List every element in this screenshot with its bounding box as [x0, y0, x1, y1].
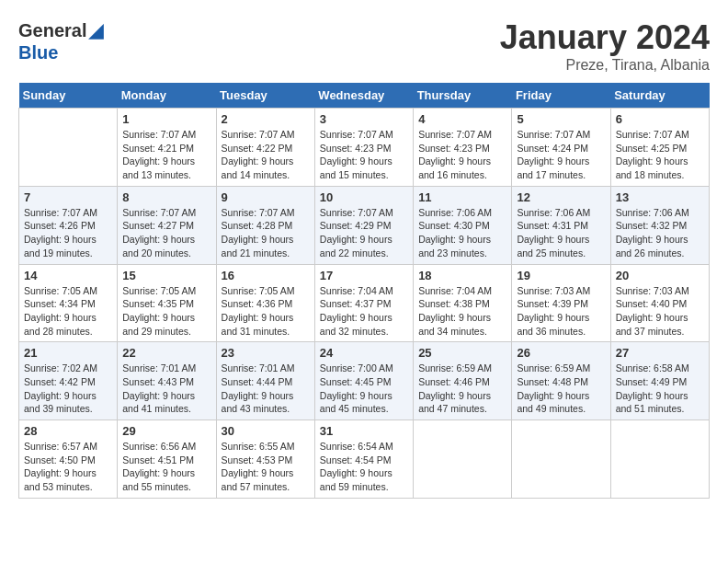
- week-row-4: 21Sunrise: 7:02 AMSunset: 4:42 PMDayligh…: [19, 342, 710, 420]
- day-number: 18: [418, 269, 506, 282]
- day-info: Sunrise: 7:07 AMSunset: 4:28 PMDaylight:…: [222, 206, 310, 260]
- day-info: Sunrise: 7:07 AMSunset: 4:21 PMDaylight:…: [122, 128, 210, 182]
- day-number: 29: [122, 424, 210, 438]
- day-number: 8: [122, 190, 210, 204]
- week-row-3: 14Sunrise: 7:05 AMSunset: 4:34 PMDayligh…: [19, 264, 710, 342]
- day-info: Sunrise: 7:02 AMSunset: 4:42 PMDaylight:…: [24, 362, 112, 416]
- weekday-header-thursday: Thursday: [414, 83, 512, 109]
- weekday-header-saturday: Saturday: [610, 83, 709, 109]
- calendar-cell: 26Sunrise: 6:59 AMSunset: 4:48 PMDayligh…: [512, 342, 610, 420]
- day-info: Sunrise: 7:00 AMSunset: 4:45 PMDaylight:…: [320, 362, 408, 416]
- day-number: 25: [418, 346, 506, 360]
- day-info: Sunrise: 7:06 AMSunset: 4:30 PMDaylight:…: [418, 206, 506, 260]
- day-info: Sunrise: 7:07 AMSunset: 4:23 PMDaylight:…: [320, 128, 408, 182]
- day-number: 6: [616, 112, 704, 126]
- day-number: 23: [222, 346, 310, 360]
- day-info: Sunrise: 7:07 AMSunset: 4:25 PMDaylight:…: [616, 128, 704, 182]
- calendar-cell: 8Sunrise: 7:07 AMSunset: 4:27 PMDaylight…: [118, 186, 216, 264]
- day-info: Sunrise: 6:57 AMSunset: 4:50 PMDaylight:…: [24, 440, 112, 494]
- day-info: Sunrise: 7:07 AMSunset: 4:22 PMDaylight:…: [222, 128, 310, 182]
- day-info: Sunrise: 7:04 AMSunset: 4:37 PMDaylight:…: [320, 284, 408, 339]
- logo: General ◢ Blue: [18, 18, 104, 63]
- day-info: Sunrise: 7:07 AMSunset: 4:27 PMDaylight:…: [122, 206, 210, 260]
- week-row-5: 28Sunrise: 6:57 AMSunset: 4:50 PMDayligh…: [19, 420, 710, 499]
- calendar-cell: 11Sunrise: 7:06 AMSunset: 4:30 PMDayligh…: [414, 186, 512, 264]
- day-number: 7: [24, 190, 112, 204]
- calendar-cell: 13Sunrise: 7:06 AMSunset: 4:32 PMDayligh…: [610, 186, 709, 264]
- weekday-header-tuesday: Tuesday: [216, 83, 314, 109]
- day-number: 10: [320, 190, 408, 204]
- calendar-cell: 21Sunrise: 7:02 AMSunset: 4:42 PMDayligh…: [19, 342, 118, 420]
- calendar-cell: 3Sunrise: 7:07 AMSunset: 4:23 PMDaylight…: [314, 109, 413, 187]
- day-info: Sunrise: 6:54 AMSunset: 4:54 PMDaylight:…: [320, 440, 408, 494]
- day-info: Sunrise: 7:05 AMSunset: 4:36 PMDaylight:…: [222, 284, 310, 339]
- day-number: 28: [24, 424, 112, 438]
- day-number: 22: [122, 346, 210, 360]
- calendar-cell: 23Sunrise: 7:01 AMSunset: 4:44 PMDayligh…: [216, 342, 314, 420]
- calendar-cell: 7Sunrise: 7:07 AMSunset: 4:26 PMDaylight…: [19, 186, 118, 264]
- page-header: General ◢ Blue January 2024 Preze, Tiran…: [18, 18, 710, 74]
- day-number: 27: [616, 346, 704, 360]
- day-number: 16: [222, 269, 310, 282]
- calendar-cell: 30Sunrise: 6:55 AMSunset: 4:53 PMDayligh…: [216, 420, 314, 499]
- weekday-header-monday: Monday: [118, 83, 216, 109]
- day-number: 20: [616, 269, 704, 282]
- calendar-cell: 28Sunrise: 6:57 AMSunset: 4:50 PMDayligh…: [19, 420, 118, 499]
- calendar-cell: 1Sunrise: 7:07 AMSunset: 4:21 PMDaylight…: [118, 109, 216, 187]
- day-info: Sunrise: 7:07 AMSunset: 4:29 PMDaylight:…: [320, 206, 408, 260]
- day-number: 11: [418, 190, 506, 204]
- day-number: 24: [320, 346, 408, 360]
- calendar-cell: 6Sunrise: 7:07 AMSunset: 4:25 PMDaylight…: [610, 109, 709, 187]
- day-info: Sunrise: 7:04 AMSunset: 4:38 PMDaylight:…: [418, 284, 506, 339]
- calendar-cell: [512, 420, 610, 499]
- weekday-header-wednesday: Wednesday: [314, 83, 413, 109]
- day-info: Sunrise: 7:01 AMSunset: 4:43 PMDaylight:…: [122, 362, 210, 416]
- logo-bird-icon: ◢: [88, 18, 104, 42]
- day-number: 2: [222, 112, 310, 126]
- day-info: Sunrise: 7:05 AMSunset: 4:35 PMDaylight:…: [122, 284, 210, 339]
- title-section: January 2024 Preze, Tirana, Albania: [500, 18, 710, 74]
- calendar-cell: 19Sunrise: 7:03 AMSunset: 4:39 PMDayligh…: [512, 264, 610, 342]
- calendar-cell: 15Sunrise: 7:05 AMSunset: 4:35 PMDayligh…: [118, 264, 216, 342]
- day-number: 26: [517, 346, 605, 360]
- day-info: Sunrise: 6:55 AMSunset: 4:53 PMDaylight:…: [222, 440, 310, 494]
- calendar-cell: 24Sunrise: 7:00 AMSunset: 4:45 PMDayligh…: [314, 342, 413, 420]
- logo-general-text: General: [18, 20, 86, 41]
- week-row-1: 1Sunrise: 7:07 AMSunset: 4:21 PMDaylight…: [19, 109, 710, 187]
- day-info: Sunrise: 6:59 AMSunset: 4:46 PMDaylight:…: [418, 362, 506, 416]
- calendar-cell: 31Sunrise: 6:54 AMSunset: 4:54 PMDayligh…: [314, 420, 413, 499]
- day-number: 31: [320, 424, 408, 438]
- calendar-cell: 5Sunrise: 7:07 AMSunset: 4:24 PMDaylight…: [512, 109, 610, 187]
- day-info: Sunrise: 7:06 AMSunset: 4:32 PMDaylight:…: [616, 206, 704, 260]
- day-number: 30: [222, 424, 310, 438]
- day-info: Sunrise: 7:03 AMSunset: 4:39 PMDaylight:…: [517, 284, 605, 339]
- month-title: January 2024: [500, 18, 710, 57]
- day-info: Sunrise: 7:07 AMSunset: 4:23 PMDaylight:…: [418, 128, 506, 182]
- calendar-cell: 20Sunrise: 7:03 AMSunset: 4:40 PMDayligh…: [610, 264, 709, 342]
- day-info: Sunrise: 7:03 AMSunset: 4:40 PMDaylight:…: [616, 284, 704, 339]
- calendar-cell: [414, 420, 512, 499]
- calendar-cell: [19, 109, 118, 187]
- logo-blue-text: Blue: [18, 42, 58, 63]
- day-info: Sunrise: 6:56 AMSunset: 4:51 PMDaylight:…: [122, 440, 210, 494]
- calendar-cell: 16Sunrise: 7:05 AMSunset: 4:36 PMDayligh…: [216, 264, 314, 342]
- day-info: Sunrise: 7:06 AMSunset: 4:31 PMDaylight:…: [517, 206, 605, 260]
- calendar-table: SundayMondayTuesdayWednesdayThursdayFrid…: [18, 83, 710, 499]
- day-number: 12: [517, 190, 605, 204]
- day-info: Sunrise: 7:01 AMSunset: 4:44 PMDaylight:…: [222, 362, 310, 416]
- day-info: Sunrise: 6:59 AMSunset: 4:48 PMDaylight:…: [517, 362, 605, 416]
- calendar-cell: 14Sunrise: 7:05 AMSunset: 4:34 PMDayligh…: [19, 264, 118, 342]
- weekday-header-sunday: Sunday: [19, 83, 118, 109]
- day-number: 13: [616, 190, 704, 204]
- calendar-cell: 9Sunrise: 7:07 AMSunset: 4:28 PMDaylight…: [216, 186, 314, 264]
- day-info: Sunrise: 7:07 AMSunset: 4:24 PMDaylight:…: [517, 128, 605, 182]
- calendar-cell: 4Sunrise: 7:07 AMSunset: 4:23 PMDaylight…: [414, 109, 512, 187]
- weekday-header-row: SundayMondayTuesdayWednesdayThursdayFrid…: [19, 83, 710, 109]
- day-number: 4: [418, 112, 506, 126]
- calendar-cell: 10Sunrise: 7:07 AMSunset: 4:29 PMDayligh…: [314, 186, 413, 264]
- calendar-cell: 17Sunrise: 7:04 AMSunset: 4:37 PMDayligh…: [314, 264, 413, 342]
- calendar-cell: 18Sunrise: 7:04 AMSunset: 4:38 PMDayligh…: [414, 264, 512, 342]
- day-number: 1: [122, 112, 210, 126]
- calendar-cell: 29Sunrise: 6:56 AMSunset: 4:51 PMDayligh…: [118, 420, 216, 499]
- calendar-cell: 2Sunrise: 7:07 AMSunset: 4:22 PMDaylight…: [216, 109, 314, 187]
